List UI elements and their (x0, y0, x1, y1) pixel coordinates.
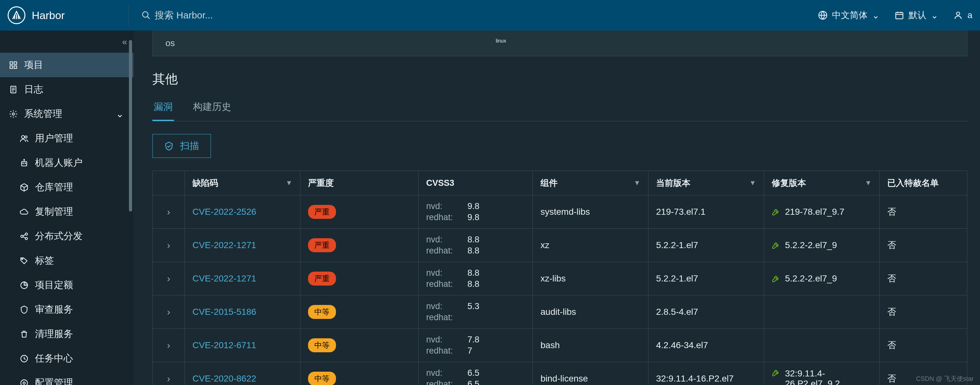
col-allowlist[interactable]: 已入特赦名单 (879, 171, 967, 195)
user-menu[interactable]: a (953, 10, 972, 20)
task-icon (20, 354, 29, 363)
sidebar-item-13[interactable]: 配置管理 (0, 371, 134, 385)
app-header: Harbor 搜索 Harbor... 中文简体 ⌄ 默认 ⌄ a (0, 0, 980, 30)
expand-arrow-icon[interactable]: › (167, 340, 170, 351)
gear-icon (9, 110, 18, 118)
chevron-down-icon: ⌄ (931, 10, 938, 21)
search-icon (141, 11, 151, 20)
sidebar-item-2[interactable]: 系统管理⌄ (0, 102, 134, 126)
wrench-icon (772, 369, 780, 377)
svg-point-32 (23, 382, 25, 384)
cve-link[interactable]: CVE-2020-8622 (192, 374, 256, 384)
svg-point-26 (25, 237, 28, 240)
col-cvss[interactable]: CVSS3 (418, 171, 533, 195)
sidebar-item-label: 用户管理 (35, 132, 73, 145)
tag-icon (20, 256, 29, 265)
expand-arrow-icon[interactable]: › (167, 373, 170, 384)
svg-point-25 (25, 233, 28, 235)
cve-link[interactable]: CVE-2022-1271 (192, 240, 256, 250)
fix-version: 219-78.el7_9.7 (772, 207, 845, 217)
cvss-scores: nvd:6.5redhat:6.5 (426, 368, 493, 385)
svg-rect-11 (14, 66, 16, 68)
language-switcher[interactable]: 中文简体 ⌄ (818, 9, 879, 21)
sidebar-item-label: 标签 (35, 254, 54, 267)
svg-point-20 (22, 163, 23, 164)
col-component[interactable]: 组件▼ (533, 171, 648, 195)
harbor-logo-icon (8, 6, 25, 24)
svg-point-21 (25, 163, 25, 164)
tab-build-history[interactable]: 构建历史 (192, 97, 232, 121)
severity-badge: 严重 (308, 238, 336, 252)
brand-name: Harbor (32, 9, 65, 22)
header-right: 中文简体 ⌄ 默认 ⌄ a (818, 9, 972, 21)
current-version: 4.2.46-34.el7 (648, 329, 764, 362)
filter-icon[interactable]: ▼ (633, 179, 641, 187)
search-area[interactable]: 搜索 Harbor... (141, 9, 818, 22)
sidebar-item-label: 日志 (24, 83, 43, 96)
cve-link[interactable]: CVE-2022-1271 (192, 274, 256, 284)
current-version: 5.2.2-1.el7 (648, 229, 764, 262)
cve-link[interactable]: CVE-2012-6711 (192, 340, 256, 350)
sidebar-scrollbar[interactable] (129, 40, 132, 212)
col-fix[interactable]: 修复版本▼ (764, 171, 879, 195)
filter-icon[interactable]: ▼ (865, 179, 872, 187)
sidebar-collapse-icon[interactable]: « (122, 37, 127, 47)
allowlist-value: 否 (879, 329, 967, 362)
cvss-scores: nvd:9.8redhat:9.8 (426, 201, 493, 222)
svg-point-0 (143, 12, 148, 18)
quota-icon (20, 281, 29, 290)
sidebar-item-label: 仓库管理 (35, 181, 73, 194)
svg-point-16 (13, 113, 14, 115)
table-row: › CVE-2020-8622 中等 nvd:6.5redhat:6.5 bin… (153, 362, 967, 385)
cve-link[interactable]: CVE-2015-5186 (192, 307, 256, 317)
expand-arrow-icon[interactable]: › (167, 273, 170, 284)
sidebar-item-3[interactable]: 用户管理 (0, 126, 134, 151)
sidebar-item-1[interactable]: 日志 (0, 77, 134, 102)
sidebar-item-12[interactable]: 任务中心 (0, 346, 134, 371)
table-row: › CVE-2012-6711 中等 nvd:7.8redhat:7 bash … (153, 329, 967, 362)
search-placeholder: 搜索 Harbor... (155, 9, 213, 22)
col-current[interactable]: 当前版本▼ (648, 171, 764, 195)
sidebar-item-10[interactable]: 审查服务 (0, 298, 134, 322)
shield-check-icon (164, 142, 174, 151)
sidebar-item-11[interactable]: 清理服务 (0, 322, 134, 346)
vulnerability-table: 缺陷码▼ 严重度 CVSS3 组件▼ 当前版本▼ 修复版本▼ 已入特赦名单 › … (153, 170, 967, 385)
theme-switcher[interactable]: 默认 ⌄ (894, 9, 938, 21)
filter-icon[interactable]: ▼ (285, 179, 293, 187)
sidebar-item-5[interactable]: 仓库管理 (0, 175, 134, 199)
expand-arrow-icon[interactable]: › (167, 307, 170, 317)
sidebar-item-8[interactable]: 标签 (0, 248, 134, 273)
tab-vulnerabilities[interactable]: 漏洞 (153, 97, 174, 121)
sidebar-item-4[interactable]: 机器人账户 (0, 151, 134, 175)
main-content: os linux 其他 漏洞 构建历史 扫描 缺陷码▼ 严重度 CVSS3 组件… (134, 30, 980, 385)
expand-arrow-icon[interactable]: › (167, 240, 170, 251)
scan-button[interactable]: 扫描 (153, 134, 211, 158)
severity-badge: 中等 (308, 338, 336, 352)
table-row: › CVE-2022-2526 严重 nvd:9.8redhat:9.8 sys… (153, 196, 967, 229)
sidebar: « 项目日志系统管理⌄用户管理机器人账户仓库管理复制管理分布式分发标签项目定额审… (0, 30, 134, 385)
col-severity[interactable]: 严重度 (300, 171, 418, 195)
col-cve[interactable]: 缺陷码▼ (185, 171, 300, 195)
sidebar-item-label: 复制管理 (35, 205, 73, 218)
expand-arrow-icon[interactable]: › (167, 207, 170, 217)
trash-icon (20, 330, 29, 339)
current-version: 5.2.2-1.el7 (648, 262, 764, 295)
info-key: os (165, 38, 496, 48)
severity-badge: 中等 (308, 372, 336, 385)
cloud-icon (20, 207, 29, 216)
sidebar-item-6[interactable]: 复制管理 (0, 199, 134, 224)
table-row: › CVE-2022-1271 严重 nvd:8.8redhat:8.8 xz … (153, 229, 967, 262)
filter-icon[interactable]: ▼ (749, 179, 756, 187)
sidebar-item-7[interactable]: 分布式分发 (0, 224, 134, 248)
cvss-scores: nvd:8.8redhat:8.8 (426, 235, 493, 256)
sidebar-item-label: 配置管理 (35, 376, 73, 385)
sidebar-item-9[interactable]: 项目定额 (0, 273, 134, 298)
cve-link[interactable]: CVE-2022-2526 (192, 207, 256, 217)
svg-rect-9 (14, 62, 16, 64)
grid-icon (9, 60, 18, 70)
severity-badge: 中等 (308, 305, 336, 319)
sidebar-item-0[interactable]: 项目 (0, 53, 134, 77)
sidebar-item-label: 项目定额 (35, 278, 73, 292)
svg-point-18 (25, 136, 27, 138)
allowlist-value: 否 (879, 296, 967, 328)
